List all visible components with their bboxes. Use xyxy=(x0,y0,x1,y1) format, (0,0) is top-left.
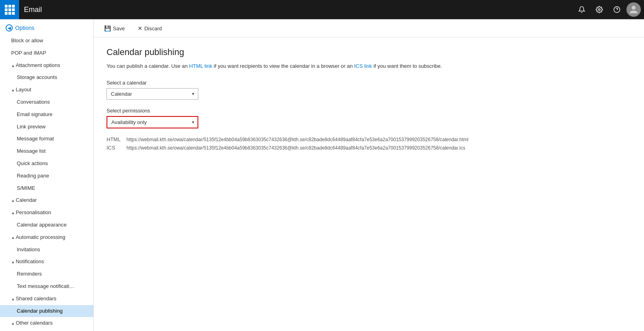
sidebar-item-attachment-options[interactable]: Attachment options xyxy=(0,59,93,72)
sidebar-item-conversations[interactable]: Conversations xyxy=(0,96,93,108)
sidebar-item-reading-pane[interactable]: Reading pane xyxy=(0,170,93,182)
discard-button[interactable]: ✕ Discard xyxy=(135,24,164,33)
user-avatar[interactable] xyxy=(626,2,641,17)
sidebar-item-automatic-processing[interactable]: Automatic processing xyxy=(0,231,93,244)
sidebar-item-invitations[interactable]: Invitations xyxy=(0,244,93,256)
app-grid-button[interactable] xyxy=(0,0,19,19)
sidebar-item-calendar[interactable]: Calendar xyxy=(0,194,93,207)
sidebar-item-personalisation[interactable]: Personalisation xyxy=(0,207,93,219)
save-button[interactable]: 💾 Save xyxy=(102,24,127,33)
calendar-select-wrapper: Calendar ▼ xyxy=(107,88,198,100)
sidebar-item-calendar-publishing[interactable]: Calendar publishing xyxy=(0,305,93,317)
ics-url: https://webmail.kth.se/owa/calendar/5135… xyxy=(126,145,465,151)
html-url: https://webmail.kth.se/owa/calendar/5135… xyxy=(126,137,468,142)
page-title: Calendar publishing xyxy=(107,47,631,57)
calendar-select[interactable]: Calendar xyxy=(107,88,198,100)
toolbar: 💾 Save ✕ Discard xyxy=(94,20,644,37)
sidebar-item-message-list[interactable]: Message list xyxy=(0,145,93,158)
content-area: 💾 Save ✕ Discard Calendar publishing You… xyxy=(94,20,644,331)
html-label: HTML xyxy=(107,136,122,142)
permissions-select-wrapper: Availability only Limited details Full d… xyxy=(107,116,198,128)
options-back-link[interactable]: ◀ Options xyxy=(0,20,93,35)
page-content: Calendar publishing You can publish a ca… xyxy=(94,37,644,331)
notifications-bell-button[interactable] xyxy=(574,2,590,18)
grid-icon xyxy=(5,5,15,15)
html-link-row: HTML https://webmail.kth.se/owa/calendar… xyxy=(107,136,631,142)
sidebar-item-notifications[interactable]: Notifications xyxy=(0,256,93,268)
select-permissions-group: Select permissions Availability only Lim… xyxy=(107,108,631,128)
links-section: HTML https://webmail.kth.se/owa/calendar… xyxy=(107,136,631,151)
svg-point-0 xyxy=(599,9,601,11)
back-arrow-icon: ◀ xyxy=(6,24,13,32)
app-title: Email xyxy=(19,6,574,14)
discard-icon: ✕ xyxy=(138,25,142,32)
sidebar-item-quick-actions[interactable]: Quick actions xyxy=(0,158,93,170)
sidebar-item-smime[interactable]: S/MIME xyxy=(0,182,93,195)
save-icon: 💾 xyxy=(104,25,111,32)
settings-gear-button[interactable] xyxy=(591,2,607,18)
topbar: Email xyxy=(0,0,644,19)
sidebar-item-layout[interactable]: Layout xyxy=(0,84,93,96)
select-permissions-label: Select permissions xyxy=(107,108,631,114)
sidebar-item-reminders[interactable]: Reminders xyxy=(0,268,93,280)
discard-label: Discard xyxy=(144,26,162,32)
ics-link-row: ICS https://webmail.kth.se/owa/calendar/… xyxy=(107,145,631,151)
sidebar-item-email-signature[interactable]: Email signature xyxy=(0,108,93,121)
select-calendar-label: Select a calendar xyxy=(107,80,631,86)
sidebar-item-link-preview[interactable]: Link preview xyxy=(0,121,93,133)
select-calendar-group: Select a calendar Calendar ▼ xyxy=(107,80,631,100)
ics-label: ICS xyxy=(107,145,122,151)
sidebar-item-other-calendars[interactable]: Other calendars xyxy=(0,317,93,329)
html-link-text[interactable]: HTML link xyxy=(189,63,212,69)
sidebar-item-birthday-calendar[interactable]: Birthday calendar xyxy=(0,329,93,331)
topbar-actions xyxy=(574,2,644,18)
sidebar-item-block-allow[interactable]: Block or allow xyxy=(0,35,93,47)
sidebar-item-calendar-appearance[interactable]: Calendar appearance xyxy=(0,219,93,231)
ics-link-text[interactable]: ICS link xyxy=(354,63,372,69)
sidebar: ◀ Options Block or allow POP and IMAP At… xyxy=(0,20,94,331)
options-back-label: Options xyxy=(15,25,34,31)
sidebar-item-storage-accounts[interactable]: Storage accounts xyxy=(0,71,93,84)
help-button[interactable] xyxy=(609,2,625,18)
permissions-select[interactable]: Availability only Limited details Full d… xyxy=(107,116,198,128)
sidebar-item-shared-calendars[interactable]: Shared calendars xyxy=(0,293,93,305)
sidebar-item-message-format[interactable]: Message format xyxy=(0,133,93,145)
main-layout: ◀ Options Block or allow POP and IMAP At… xyxy=(0,19,644,331)
save-label: Save xyxy=(113,26,125,32)
sidebar-item-text-message-notif[interactable]: Text message notificati… xyxy=(0,280,93,293)
sidebar-item-pop-imap[interactable]: POP and IMAP xyxy=(0,47,93,59)
page-description: You can publish a calendar. Use an HTML … xyxy=(107,62,631,70)
